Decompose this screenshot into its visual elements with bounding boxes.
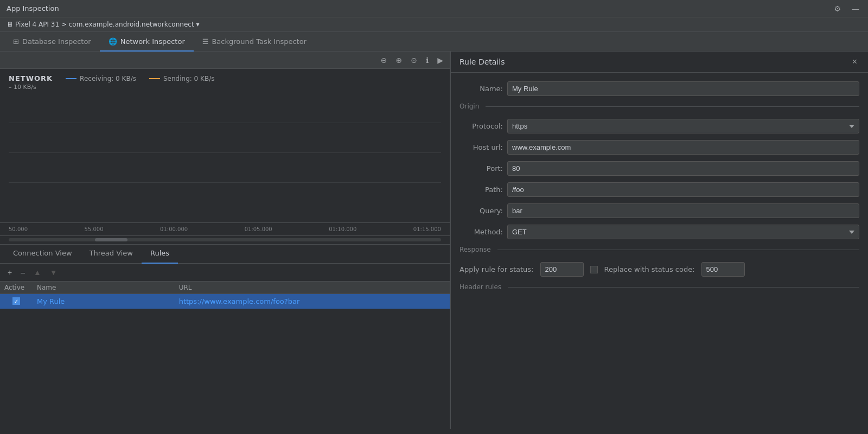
network-header: NETWORK Receiving: 0 KB/s Sending: 0 KB/… xyxy=(9,74,441,82)
play-icon[interactable]: ▶ xyxy=(435,55,445,66)
zoom-in-icon[interactable]: ⊕ xyxy=(393,55,404,66)
chart-canvas xyxy=(9,93,441,212)
device-chevron[interactable]: ▾ xyxy=(196,21,200,28)
protocol-select[interactable]: https http any xyxy=(507,119,859,133)
timeline-label-0: 50.000 xyxy=(9,226,28,232)
timeline-label-4: 01:10.000 xyxy=(329,226,356,232)
method-field-row: Method: GET POST PUT DELETE any xyxy=(459,225,859,239)
background-icon: ☰ xyxy=(202,37,209,46)
bottom-tabs: Connection View Thread View Rules xyxy=(0,244,450,264)
name-input[interactable] xyxy=(507,81,859,96)
port-input[interactable] xyxy=(507,161,859,176)
table-row[interactable]: ✓ My Rule https://www.example.com/foo?ba… xyxy=(0,294,450,309)
tab-background[interactable]: ☰ Background Task Inspector xyxy=(194,32,315,52)
sending-legend: Sending: 0 KB/s xyxy=(149,75,214,82)
port-label: Port: xyxy=(459,164,503,173)
protocol-field-row: Protocol: https http any xyxy=(459,119,859,133)
main-content: ⊖ ⊕ ⊙ ℹ ▶ NETWORK Receiving: 0 KB/s Send… xyxy=(0,52,868,429)
tab-network[interactable]: 🌐 Network Inspector xyxy=(100,32,194,52)
reset-icon[interactable]: ⊙ xyxy=(409,55,419,66)
path-label: Path: xyxy=(459,186,503,194)
tab-thread-view[interactable]: Thread View xyxy=(81,244,142,264)
chart-toolbar: ⊖ ⊕ ⊙ ℹ ▶ xyxy=(0,52,450,69)
rule-url: https://www.example.com/foo?bar xyxy=(179,297,300,305)
scrubber-track[interactable] xyxy=(9,238,441,241)
host-url-input[interactable] xyxy=(507,140,859,155)
move-down-button[interactable]: ▼ xyxy=(47,267,61,278)
replace-checkbox[interactable] xyxy=(590,266,598,273)
device-bar: 🖥 Pixel 4 API 31 > com.example.android.n… xyxy=(0,17,868,32)
scrubber-thumb[interactable] xyxy=(95,238,127,241)
replace-input[interactable] xyxy=(701,262,745,277)
name-label: Name: xyxy=(459,85,503,93)
header-active: Active xyxy=(0,284,33,291)
database-icon: ⊞ xyxy=(13,37,19,46)
tab-database[interactable]: ⊞ Database Inspector xyxy=(4,32,100,52)
response-label: Response xyxy=(459,246,491,253)
move-up-button[interactable]: ▲ xyxy=(30,267,44,278)
timeline-bar: 50.000 55.000 01:00.000 01:05.000 01:10.… xyxy=(0,222,450,235)
host-url-label: Host url: xyxy=(459,143,503,151)
path-field-row: Path: xyxy=(459,182,859,197)
origin-divider-line xyxy=(486,106,859,107)
timeline-label-3: 01:05.000 xyxy=(245,226,272,232)
grid-line-1 xyxy=(9,123,441,123)
rules-table: Active Name URL ✓ My Rule https://www.ex… xyxy=(0,282,450,430)
response-status-row: Apply rule for status: Replace with stat… xyxy=(459,262,859,277)
header-rules-divider: Header rules xyxy=(459,283,859,291)
scrubber-area[interactable] xyxy=(0,235,450,244)
host-url-field-row: Host url: xyxy=(459,140,859,155)
path-input[interactable] xyxy=(507,182,859,197)
rule-checkbox[interactable]: ✓ xyxy=(12,297,20,305)
remove-rule-button[interactable]: – xyxy=(17,267,28,278)
query-field-row: Query: xyxy=(459,203,859,218)
device-label: Pixel 4 API 31 > com.example.android.net… xyxy=(15,21,194,28)
timeline-label-2: 01:00.000 xyxy=(160,226,188,232)
origin-label: Origin xyxy=(459,103,479,110)
method-label: Method: xyxy=(459,228,503,236)
tab-connection-view[interactable]: Connection View xyxy=(4,244,81,264)
response-divider: Response xyxy=(459,246,859,253)
apply-rule-label: Apply rule for status: xyxy=(459,265,534,273)
grid-line-2 xyxy=(9,152,441,153)
timeline-label-5: 01:15.000 xyxy=(413,226,441,232)
query-label: Query: xyxy=(459,207,503,215)
method-select[interactable]: GET POST PUT DELETE any xyxy=(507,225,859,239)
row-name-col: My Rule xyxy=(33,297,175,305)
row-active-col: ✓ xyxy=(0,297,33,305)
port-field-row: Port: xyxy=(459,161,859,176)
receiving-label: Receiving: 0 KB/s xyxy=(80,75,136,82)
rule-name: My Rule xyxy=(37,297,65,305)
settings-icon[interactable]: ⚙ xyxy=(832,3,843,14)
network-icon: 🌐 xyxy=(108,37,117,46)
tab-bar: ⊞ Database Inspector 🌐 Network Inspector… xyxy=(0,32,868,52)
header-name: Name xyxy=(33,284,175,291)
rule-details-header: Rule Details × xyxy=(451,52,868,73)
query-input[interactable] xyxy=(507,203,859,218)
network-scale: – 10 KB/s xyxy=(9,84,441,91)
zoom-out-icon[interactable]: ⊖ xyxy=(379,55,390,66)
grid-line-3 xyxy=(9,182,441,183)
rules-table-header: Active Name URL xyxy=(0,282,450,294)
network-chart: NETWORK Receiving: 0 KB/s Sending: 0 KB/… xyxy=(0,69,450,222)
close-rule-details-button[interactable]: × xyxy=(850,57,859,67)
timeline-label-1: 55.000 xyxy=(85,226,104,232)
origin-divider: Origin xyxy=(459,103,859,110)
rule-details-content: Name: Origin Protocol: https http any Ho… xyxy=(451,73,868,308)
info-icon[interactable]: ℹ xyxy=(424,55,431,66)
replace-label: Replace with status code: xyxy=(604,265,695,273)
rule-details-title: Rule Details xyxy=(459,58,505,66)
header-url: URL xyxy=(175,284,450,291)
app-title: App Inspection xyxy=(7,4,59,12)
add-rule-button[interactable]: + xyxy=(4,267,15,278)
apply-rule-input[interactable] xyxy=(540,262,584,277)
header-rules-divider-line xyxy=(508,287,859,288)
tab-rules[interactable]: Rules xyxy=(142,244,178,264)
minimize-icon[interactable]: — xyxy=(850,3,861,14)
timeline-labels: 50.000 55.000 01:00.000 01:05.000 01:10.… xyxy=(9,226,441,232)
protocol-label: Protocol: xyxy=(459,122,503,130)
left-panel: ⊖ ⊕ ⊙ ℹ ▶ NETWORK Receiving: 0 KB/s Send… xyxy=(0,52,450,429)
title-bar: App Inspection ⚙ — xyxy=(0,0,868,17)
response-divider-line xyxy=(497,250,859,250)
sending-label: Sending: 0 KB/s xyxy=(163,75,214,82)
